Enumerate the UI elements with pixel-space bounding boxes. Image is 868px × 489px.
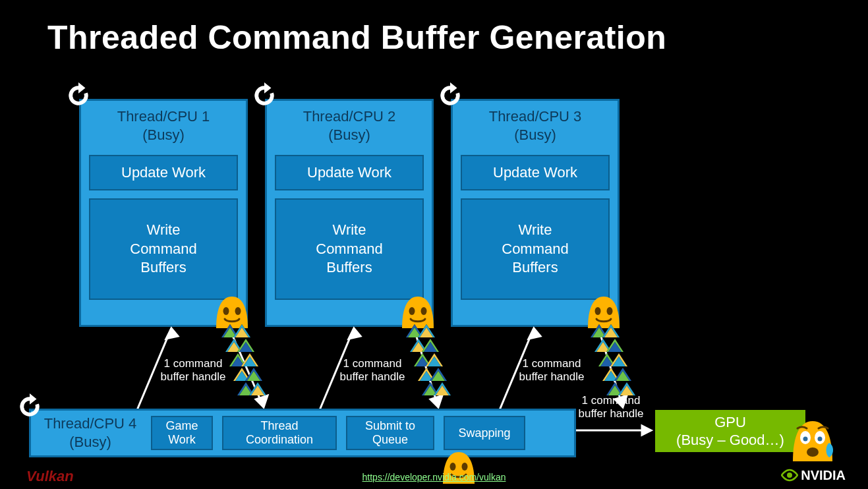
footer-link[interactable]: https://developer.nvidia.com/vulkan	[0, 472, 868, 482]
slide: Threaded Command Buffer Generation Threa…	[0, 0, 868, 489]
svg-marker-7	[166, 328, 178, 339]
thread-box-2: Thread/CPU 2 (Busy) Update Work Write Co…	[265, 99, 434, 327]
nvidia-eye-icon	[781, 467, 798, 484]
reload-icon	[436, 82, 464, 109]
thread-2-update-box: Update Work	[275, 155, 424, 190]
svg-point-20	[450, 463, 456, 471]
annotation-cmd-buf-1: 1 command buffer handle	[150, 357, 236, 384]
slide-title: Threaded Command Buffer Generation	[47, 18, 666, 57]
annotation-cmd-buf-gpu: 1 command buffer handle	[568, 394, 654, 421]
thread-label-1-line1: Thread/CPU 1	[117, 108, 210, 125]
thread-label-2: Thread/CPU 2 (Busy)	[271, 107, 428, 144]
step-game-work: Game Work	[151, 416, 213, 450]
svg-marker-11	[529, 328, 540, 339]
happy-face-icon	[399, 295, 436, 328]
thread-label-1-line2: (Busy)	[142, 127, 185, 143]
svg-marker-13	[256, 395, 268, 407]
svg-point-4	[595, 307, 601, 315]
svg-point-25	[818, 437, 823, 442]
thread-4-label-line2: (Busy)	[69, 434, 111, 450]
svg-marker-15	[430, 395, 442, 407]
reload-icon	[250, 82, 278, 109]
svg-point-3	[421, 307, 427, 315]
svg-point-24	[803, 437, 808, 442]
nvidia-logo: NVIDIA	[781, 467, 846, 484]
svg-marker-19	[642, 426, 651, 435]
svg-point-1	[235, 307, 241, 315]
thread-1-write-box: Write Command Buffers	[89, 198, 238, 300]
step-swapping: Swapping	[444, 416, 525, 450]
thread-2-write-box: Write Command Buffers	[275, 198, 424, 300]
anxious-face-icon	[790, 419, 836, 461]
thread-4-label-line1: Thread/CPU 4	[44, 415, 137, 432]
happy-face-icon	[214, 295, 250, 328]
svg-point-27	[787, 473, 792, 478]
thread-4-bar: Thread/CPU 4 (Busy) Game Work Thread Coo…	[29, 409, 576, 457]
svg-point-26	[807, 447, 819, 457]
reload-icon	[65, 82, 92, 109]
thread-3-update-box: Update Work	[461, 155, 610, 190]
thread-label-3-line2: (Busy)	[514, 127, 556, 143]
annotation-cmd-buf-3: 1 command buffer handle	[509, 357, 594, 384]
vulkan-logo: Vulkan	[26, 468, 74, 485]
thread-box-1: Thread/CPU 1 (Busy) Update Work Write Co…	[79, 99, 248, 327]
reload-icon	[16, 393, 43, 420]
thread-3-write-box: Write Command Buffers	[461, 198, 610, 300]
svg-point-0	[223, 307, 229, 315]
step-thread-coordination: Thread Coordination	[222, 416, 337, 450]
step-submit-queue: Submit to Queue	[346, 416, 434, 450]
thread-label-3-line1: Thread/CPU 3	[489, 108, 582, 125]
thread-label-2-line1: Thread/CPU 2	[303, 108, 396, 125]
happy-face-icon	[585, 295, 622, 328]
thread-1-update-box: Update Work	[89, 155, 238, 190]
annotation-cmd-buf-2: 1 command buffer handle	[330, 357, 415, 384]
svg-point-21	[462, 463, 468, 471]
svg-point-2	[409, 307, 415, 315]
svg-point-5	[607, 307, 613, 315]
svg-marker-9	[349, 328, 361, 339]
thread-label-1: Thread/CPU 1 (Busy)	[85, 107, 242, 144]
thread-4-label: Thread/CPU 4 (Busy)	[38, 415, 143, 451]
thread-box-3: Thread/CPU 3 (Busy) Update Work Write Co…	[451, 99, 620, 327]
gpu-box: GPU (Busy – Good…)	[655, 410, 805, 452]
thread-label-3: Thread/CPU 3 (Busy)	[457, 107, 614, 144]
nvidia-logo-text: NVIDIA	[801, 468, 846, 483]
thread-label-2-line2: (Busy)	[328, 127, 370, 143]
